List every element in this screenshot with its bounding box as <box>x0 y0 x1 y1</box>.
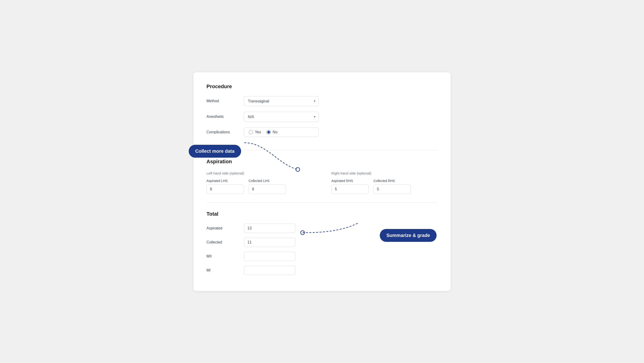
collected-lhs-group: Collected LHS <box>248 179 286 194</box>
aspiration-section: Aspiration Left hand side (optional) Asp… <box>206 150 438 202</box>
procedure-title: Procedure <box>206 84 438 90</box>
complications-yes-label: Yes <box>255 130 261 134</box>
total-mii-input[interactable] <box>244 252 295 261</box>
aspiration-right-col: Right hand side (optional) Aspirated RHS… <box>331 171 438 194</box>
total-mi-input[interactable] <box>244 266 295 275</box>
complications-yes-radio[interactable] <box>249 130 253 134</box>
complications-radio-group: Yes No <box>244 128 319 137</box>
complications-no-radio[interactable] <box>266 130 271 134</box>
aspirated-rhs-group: Aspirated RHS <box>331 179 369 194</box>
collected-lhs-input[interactable] <box>248 184 286 194</box>
complications-row: Complications Yes No <box>206 128 438 137</box>
anesthetic-select[interactable]: N/A Local General Sedation <box>244 112 319 122</box>
aspiration-left-col: Left hand side (optional) Aspirated LHS … <box>206 171 313 194</box>
aspirated-lhs-group: Aspirated LHS <box>206 179 244 194</box>
complications-no-label: No <box>273 130 277 134</box>
collected-rhs-input[interactable] <box>374 184 411 194</box>
total-mi-row: MI <box>206 266 438 275</box>
total-aspirated-input[interactable] <box>244 224 295 233</box>
total-title: Total <box>206 211 438 217</box>
aspiration-left-header: Left hand side (optional) <box>206 171 313 175</box>
aspiration-columns: Left hand side (optional) Aspirated LHS … <box>206 171 438 194</box>
complications-no-option[interactable]: No <box>266 130 277 134</box>
method-select-wrapper: Transvaginal Transabdominal ▾ <box>244 96 319 106</box>
total-collected-label: Collected <box>206 240 244 244</box>
method-select[interactable]: Transvaginal Transabdominal <box>244 96 319 106</box>
total-mii-label: MII <box>206 254 244 258</box>
anesthetic-label: Anesthetic <box>206 114 244 119</box>
method-label: Method <box>206 99 244 103</box>
aspiration-right-header: Right hand side (optional) <box>331 171 438 175</box>
aspirated-lhs-input[interactable] <box>206 184 244 194</box>
collected-rhs-group: Collected RHS <box>374 179 411 194</box>
total-mi-label: MI <box>206 268 244 272</box>
procedure-section: Procedure Method Transvaginal Transabdom… <box>206 84 438 150</box>
total-collected-input[interactable] <box>244 238 295 247</box>
aspirated-rhs-label: Aspirated RHS <box>331 179 369 183</box>
anesthetic-row: Anesthetic N/A Local General Sedation ▾ <box>206 112 438 122</box>
collect-more-data-bubble[interactable]: Collect more data <box>189 145 241 158</box>
complications-yes-option[interactable]: Yes <box>249 130 261 134</box>
complications-label: Complications <box>206 130 244 134</box>
aspirated-lhs-label: Aspirated LHS <box>206 179 244 183</box>
collected-rhs-label: Collected RHS <box>374 179 411 183</box>
total-aspirated-label: Aspirated <box>206 226 244 230</box>
summarize-grade-bubble[interactable]: Summarize & grade <box>380 229 436 242</box>
aspiration-right-fields: Aspirated RHS Collected RHS <box>331 179 438 194</box>
total-mii-row: MII <box>206 252 438 261</box>
anesthetic-select-wrapper: N/A Local General Sedation ▾ <box>244 112 319 122</box>
method-row: Method Transvaginal Transabdominal ▾ <box>206 96 438 106</box>
collected-lhs-label: Collected LHS <box>248 179 286 183</box>
aspiration-left-fields: Aspirated LHS Collected LHS <box>206 179 313 194</box>
aspirated-rhs-input[interactable] <box>331 184 369 194</box>
aspiration-title: Aspiration <box>206 158 438 165</box>
